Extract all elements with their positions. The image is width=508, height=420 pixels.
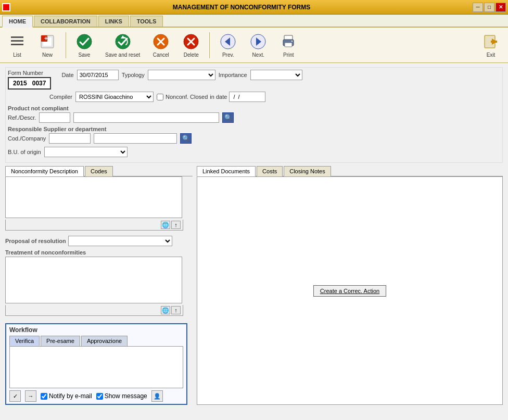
nonconformity-section: Nonconformity Description Codes 🌐 ↑ xyxy=(5,166,193,231)
minimize-button[interactable]: ─ xyxy=(473,3,483,12)
workflow-next-button[interactable]: → xyxy=(25,390,36,402)
supplier-label: Responsible Supplier or department xyxy=(8,126,500,132)
delete-button[interactable]: Delete xyxy=(178,30,204,60)
content-area: Form Number 2015 0037 Date Typology Impo… xyxy=(0,63,508,420)
nonconf-expand-button[interactable]: ↑ xyxy=(171,221,181,229)
print-button[interactable]: Print xyxy=(275,30,301,60)
save-label: Save xyxy=(79,52,91,58)
svg-rect-2 xyxy=(11,44,23,45)
exit-button[interactable]: Exit xyxy=(478,30,504,60)
importance-select[interactable] xyxy=(250,70,302,80)
treatment-section: Treatment of nonconformities 🌐 ↑ xyxy=(5,249,193,316)
treatment-textarea[interactable] xyxy=(5,257,182,303)
product-label: Product not compliant xyxy=(8,105,500,111)
new-button[interactable]: + New xyxy=(34,30,60,60)
tab-tools[interactable]: TOOLS xyxy=(130,16,163,27)
print-icon xyxy=(279,32,298,51)
supplier-search-button[interactable]: 🔍 xyxy=(180,133,192,144)
typology-label: Typology xyxy=(122,72,145,78)
date-typology-row: Date Typology Importance xyxy=(61,70,302,80)
proposal-select[interactable] xyxy=(68,236,172,246)
notify-email-label: Notify by e-mail xyxy=(41,392,92,400)
tab-costs[interactable]: Costs xyxy=(257,166,283,176)
svg-rect-26 xyxy=(491,41,497,43)
toolbar: List + New Save xyxy=(0,28,508,63)
prev-icon xyxy=(219,32,237,51)
nonconf-description-textarea[interactable] xyxy=(5,176,182,218)
tab-nonconf-desc[interactable]: Nonconformity Description xyxy=(5,166,84,176)
next-button[interactable]: Next. xyxy=(245,30,271,60)
save-reset-button[interactable]: Save and reset xyxy=(101,30,144,60)
form-header: Form Number 2015 0037 Date Typology Impo… xyxy=(5,67,503,163)
in-date-input[interactable] xyxy=(229,92,265,102)
svg-point-7 xyxy=(77,34,92,49)
workflow-user-button[interactable]: 👤 xyxy=(151,390,163,402)
show-message-text: Show message xyxy=(105,392,147,400)
toolbar-sep-2 xyxy=(209,32,210,58)
prev-button[interactable]: Prev. xyxy=(215,30,241,60)
tab-home[interactable]: HOME xyxy=(2,16,33,28)
exit-label: Exit xyxy=(487,52,496,58)
in-date-label: in date xyxy=(210,94,227,100)
cancel-button[interactable]: Cancel xyxy=(148,30,174,60)
right-panel: Linked Documents Costs Closing Notes Cre… xyxy=(197,166,503,405)
workflow-section: Workflow Verifica Pre-esame Approvazione… xyxy=(5,323,187,405)
save-reset-icon xyxy=(113,32,132,51)
form-number-label: Form Number xyxy=(8,70,51,76)
workflow-prev-button[interactable]: ✓ xyxy=(9,390,21,402)
tab-codes[interactable]: Codes xyxy=(85,166,113,176)
new-label: New xyxy=(42,52,53,58)
descr-input[interactable] xyxy=(73,112,219,123)
proposal-row: Proposal of resolution xyxy=(5,236,193,246)
workflow-title: Workflow xyxy=(9,326,183,334)
workflow-footer: ✓ → Notify by e-mail Show message 👤 xyxy=(9,390,183,402)
bu-row: B.U. of origin xyxy=(8,147,500,157)
close-button[interactable]: ✕ xyxy=(496,3,506,12)
form-number-group: Form Number 2015 0037 xyxy=(8,70,51,90)
linked-docs-content: Create a Correc. Action xyxy=(197,176,503,405)
print-label: Print xyxy=(283,52,294,58)
workflow-tab-verifica[interactable]: Verifica xyxy=(9,336,40,346)
next-icon xyxy=(249,32,268,51)
tab-closing-notes[interactable]: Closing Notes xyxy=(284,166,331,176)
list-icon xyxy=(8,32,27,51)
form-year: 2015 xyxy=(13,80,27,87)
save-icon xyxy=(75,32,94,51)
workflow-content xyxy=(9,347,183,388)
save-button[interactable]: Save xyxy=(71,30,97,60)
prev-label: Prev. xyxy=(222,52,234,58)
list-button[interactable]: List xyxy=(4,30,30,60)
notify-email-checkbox[interactable] xyxy=(41,393,47,400)
product-search-button[interactable]: 🔍 xyxy=(222,112,234,123)
create-action-button[interactable]: Create a Correc. Action xyxy=(313,285,386,297)
show-message-label: Show message xyxy=(96,392,147,400)
supplier-section: Responsible Supplier or department Cod./… xyxy=(8,126,500,144)
typology-select[interactable] xyxy=(148,70,215,80)
ref-input[interactable] xyxy=(39,112,70,123)
importance-label: Importance xyxy=(219,72,247,78)
show-message-checkbox[interactable] xyxy=(96,393,103,400)
svg-rect-1 xyxy=(11,40,23,42)
treatment-footer: 🌐 ↑ xyxy=(5,305,183,316)
cancel-label: Cancel xyxy=(153,52,169,58)
workflow-tab-approvazione[interactable]: Approvazione xyxy=(81,336,128,346)
compiler-select[interactable]: ROSSINI Gioacchino xyxy=(75,92,154,102)
compiler-label: Compiler xyxy=(49,94,72,100)
bu-select[interactable] xyxy=(44,147,128,157)
treatment-globe-button[interactable]: 🌐 xyxy=(161,306,170,314)
treatment-expand-button[interactable]: ↑ xyxy=(171,306,181,314)
restore-button[interactable]: □ xyxy=(484,3,494,12)
tab-links[interactable]: LINKS xyxy=(98,16,129,27)
main-window: HOME COLLABORATION LINKS TOOLS List + Ne… xyxy=(0,15,508,420)
cod-input[interactable] xyxy=(49,133,91,144)
tab-collaboration[interactable]: COLLABORATION xyxy=(34,16,97,27)
workflow-tab-pre-esame[interactable]: Pre-esame xyxy=(41,336,80,346)
treatment-label: Treatment of nonconformities xyxy=(5,249,193,256)
company-input[interactable] xyxy=(94,133,177,144)
nonconf-tab-bar: Nonconformity Description Codes xyxy=(5,166,193,176)
date-input[interactable] xyxy=(77,70,119,80)
nonconf-globe-button[interactable]: 🌐 xyxy=(161,221,170,229)
delete-label: Delete xyxy=(184,52,199,58)
nonconf-closed-checkbox[interactable] xyxy=(157,94,163,100)
tab-linked-docs[interactable]: Linked Documents xyxy=(197,166,256,176)
